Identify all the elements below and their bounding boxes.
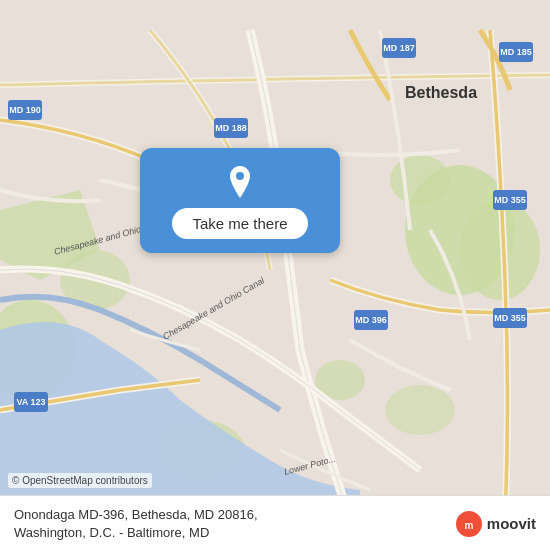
svg-text:MD 187: MD 187 [383,43,415,53]
svg-text:MD 355: MD 355 [494,313,526,323]
svg-text:Bethesda: Bethesda [405,84,477,101]
bottom-bar: Onondaga MD-396, Bethesda, MD 20816, Was… [0,495,550,550]
svg-point-8 [385,385,455,435]
svg-text:MD 396: MD 396 [355,315,387,325]
svg-text:MD 190: MD 190 [9,105,41,115]
svg-point-30 [236,172,244,180]
moovit-brand-icon: m [455,510,483,538]
address-line2: Washington, D.C. - Baltimore, MD [14,524,258,542]
moovit-label: moovit [487,515,536,532]
map-container: MD 185 MD 187 MD 190 MD 188 MD 355 MD 35… [0,0,550,550]
address-line1: Onondaga MD-396, Bethesda, MD 20816, [14,506,258,524]
svg-text:MD 188: MD 188 [215,123,247,133]
svg-text:MD 185: MD 185 [500,47,532,57]
copyright-text: © OpenStreetMap contributors [8,473,152,488]
location-pin-icon [222,164,258,200]
take-me-there-button[interactable]: Take me there [172,208,307,239]
address-text: Onondaga MD-396, Bethesda, MD 20816, Was… [14,506,258,542]
svg-text:MD 355: MD 355 [494,195,526,205]
svg-point-2 [390,155,450,205]
moovit-logo: m moovit [455,510,536,538]
svg-text:m: m [464,520,473,531]
svg-text:VA 123: VA 123 [16,397,45,407]
take-me-there-card: Take me there [140,148,340,253]
